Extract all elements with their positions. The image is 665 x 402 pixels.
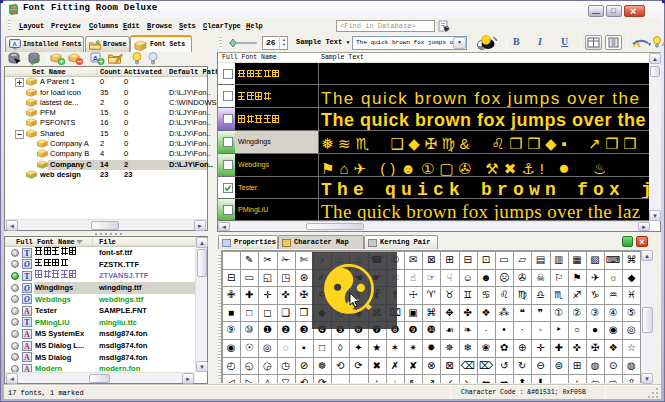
svg-text:A: A	[93, 54, 99, 63]
svg-text:A: A	[13, 41, 18, 47]
